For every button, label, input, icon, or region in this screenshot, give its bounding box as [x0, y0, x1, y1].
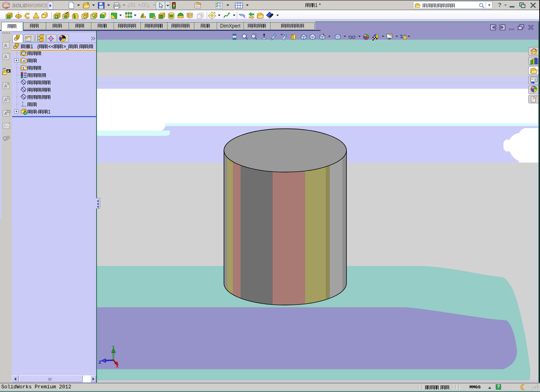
svg-text:SW: SW [3, 4, 9, 8]
svg-text:Σ: Σ [400, 34, 403, 39]
svg-text:A: A [7, 69, 10, 73]
svg-text:Σ: Σ [23, 66, 25, 70]
svg-text:X: X [116, 364, 119, 369]
svg-text:A: A [23, 59, 26, 63]
svg-text:Y: Y [112, 345, 115, 350]
svg-text:Z: Z [99, 360, 101, 365]
